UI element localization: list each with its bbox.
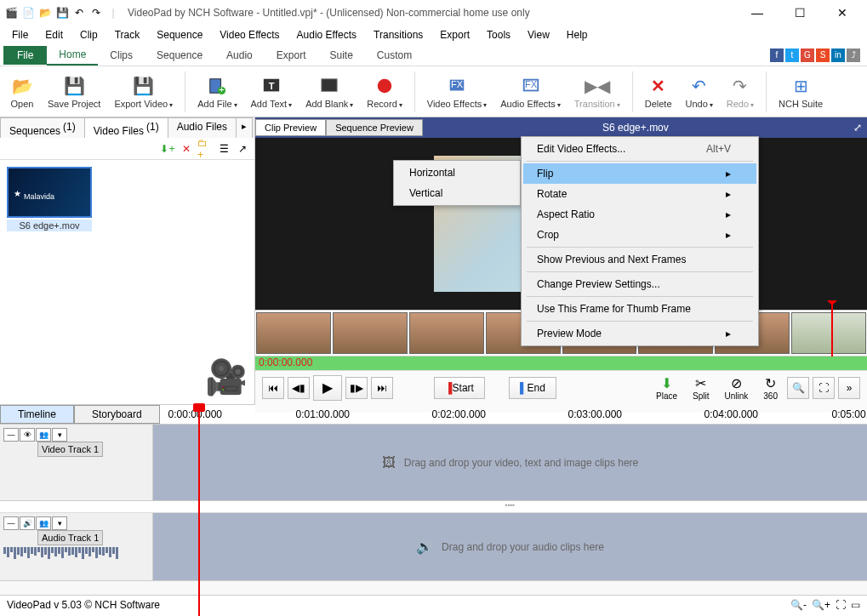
at-menu-icon[interactable]: ▾	[52, 516, 67, 530]
close-button[interactable]: ✕	[830, 6, 855, 20]
qat-save-icon[interactable]: 💾	[54, 5, 70, 20]
menu-preview-mode[interactable]: Preview Mode▸	[523, 323, 756, 344]
social-linkedin-icon[interactable]: in	[831, 48, 845, 62]
set-start-button[interactable]: ▐ Start	[434, 377, 485, 399]
delete-button[interactable]: ✕Delete	[640, 72, 677, 111]
bin-delete-icon[interactable]: ✕	[178, 140, 195, 157]
ribbon-tab-audio[interactable]: Audio	[214, 46, 265, 65]
bin-detach-icon[interactable]: ↗	[234, 140, 251, 157]
qat-undo-icon[interactable]: ↶	[71, 5, 87, 20]
step-forward-button[interactable]: ▮▶	[345, 377, 368, 399]
video-track-body[interactable]: 🖼 Drag and drop your video, text and ima…	[153, 425, 867, 501]
menu-sequence[interactable]: Sequence	[150, 27, 209, 43]
goto-end-button[interactable]: ⏭	[371, 377, 393, 399]
add-file-button[interactable]: +Add File	[192, 72, 242, 111]
menu-edit[interactable]: Edit	[38, 27, 70, 43]
nch-suite-button[interactable]: ⊞NCH Suite	[773, 72, 828, 111]
menu-crop[interactable]: Crop▸	[523, 225, 756, 245]
export-video-button[interactable]: 💾Export Video	[109, 72, 178, 111]
menu-tools[interactable]: Tools	[480, 27, 517, 43]
tab-audio-files[interactable]: Audio Files	[168, 117, 237, 138]
audio-track-body[interactable]: 🔊 Drag and drop your audio clips here	[153, 513, 867, 581]
add-text-button[interactable]: TAdd Text	[246, 72, 298, 111]
audio-track-label[interactable]: Audio Track 1	[37, 530, 103, 545]
track-grip[interactable]: ▪▪▪▪	[153, 501, 867, 512]
360-button[interactable]: ↻360	[757, 373, 784, 403]
open-button[interactable]: 📂Open	[5, 72, 39, 111]
audio-effects-button[interactable]: FXAudio Effects	[495, 72, 566, 111]
clip-playhead[interactable]	[831, 304, 833, 363]
zoom-out-icon[interactable]: 🔍-	[790, 599, 807, 611]
menu-view[interactable]: View	[521, 27, 556, 43]
tab-video-files[interactable]: Video Files (1)	[84, 117, 168, 138]
split-button[interactable]: ✂Split	[687, 373, 715, 403]
at-collapse-icon[interactable]: —	[3, 516, 19, 530]
timeline-playhead[interactable]	[198, 405, 200, 616]
vt-collapse-icon[interactable]: —	[3, 428, 19, 442]
qat-redo-icon[interactable]: ↷	[88, 5, 104, 20]
add-blank-button[interactable]: Add Blank	[300, 72, 358, 111]
menu-show-frames[interactable]: Show Previous and Next Frames	[523, 249, 756, 270]
tab-clip-preview[interactable]: Clip Preview	[255, 119, 326, 136]
zoom-fit-status-icon[interactable]: ⛶	[836, 599, 846, 611]
timeline-ruler[interactable]: 0:00:00.000 0:01:00.000 0:02:00.000 0:03…	[160, 405, 867, 424]
video-effects-button[interactable]: FXVideo Effects	[422, 72, 492, 111]
menu-aspect-ratio[interactable]: Aspect Ratio▸	[523, 204, 756, 225]
menu-edit-video-effects[interactable]: Edit Video Effects...Alt+V	[523, 139, 756, 159]
menu-flip-vertical[interactable]: Vertical	[396, 183, 518, 203]
menu-videoeffects[interactable]: Video Effects	[213, 27, 286, 43]
more-button[interactable]: »	[838, 377, 860, 399]
layout-icon[interactable]: ▭	[851, 599, 860, 611]
ribbon-tab-export[interactable]: Export	[265, 46, 318, 65]
social-share-icon[interactable]: ⤴	[847, 48, 860, 62]
at-solo-icon[interactable]: 👥	[36, 516, 51, 530]
menu-use-thumb-frame[interactable]: Use This Frame for Thumb Frame	[523, 299, 756, 319]
record-button[interactable]: Record	[362, 72, 407, 111]
set-end-button[interactable]: ▌ End	[509, 377, 556, 399]
minimize-button[interactable]: —	[744, 6, 770, 20]
step-back-button[interactable]: ◀▮	[288, 377, 310, 399]
maximize-button[interactable]: ☐	[787, 6, 813, 20]
menu-rotate[interactable]: Rotate▸	[523, 184, 756, 204]
menu-flip[interactable]: Flip▸	[523, 163, 756, 184]
play-button[interactable]: ▶	[313, 375, 342, 401]
tab-timeline[interactable]: Timeline	[0, 405, 74, 424]
zoom-in-icon[interactable]: 🔍	[787, 377, 809, 399]
menu-clip[interactable]: Clip	[73, 27, 105, 43]
vt-people-icon[interactable]: 👥	[36, 428, 51, 442]
ribbon-tab-custom[interactable]: Custom	[365, 46, 424, 65]
ribbon-tab-home[interactable]: Home	[47, 45, 98, 66]
undo-button[interactable]: ↶Undo	[681, 72, 718, 111]
clip-thumbnail[interactable]: S6 edge+.mov	[7, 167, 92, 231]
place-button[interactable]: ⬇Place	[650, 373, 683, 403]
bin-list-icon[interactable]: ☰	[215, 140, 232, 157]
video-track-label[interactable]: Video Track 1	[37, 442, 103, 457]
tab-scroll-right[interactable]: ▸	[236, 117, 253, 138]
social-facebook-icon[interactable]: f	[770, 48, 784, 62]
qat-new-icon[interactable]: 📄	[20, 5, 36, 20]
qat-open-icon[interactable]: 📂	[37, 5, 53, 20]
ribbon-tab-sequence[interactable]: Sequence	[145, 46, 214, 65]
at-speaker-icon[interactable]: 🔊	[20, 516, 35, 530]
menu-file[interactable]: File	[5, 27, 35, 43]
vt-menu-icon[interactable]: ▾	[52, 428, 67, 442]
ribbon-tab-clips[interactable]: Clips	[98, 46, 145, 65]
unlink-button[interactable]: ⊘Unlink	[719, 373, 755, 403]
menu-track[interactable]: Track	[108, 27, 147, 43]
tab-sequences[interactable]: Sequences (1)	[0, 117, 85, 138]
redo-button[interactable]: ↷Redo	[722, 72, 759, 111]
goto-start-button[interactable]: ⏮	[262, 377, 284, 399]
tab-sequence-preview[interactable]: Sequence Preview	[326, 119, 423, 136]
save-project-button[interactable]: 💾Save Project	[43, 72, 106, 111]
menu-audioeffects[interactable]: Audio Effects	[290, 27, 364, 43]
menu-flip-horizontal[interactable]: Horizontal	[396, 163, 518, 183]
zoom-fit-icon[interactable]: ⛶	[813, 377, 835, 399]
menu-export[interactable]: Export	[433, 27, 476, 43]
menu-change-preview-settings[interactable]: Change Preview Settings...	[523, 274, 756, 294]
transition-button[interactable]: ▶◀Transition	[569, 72, 625, 111]
zoom-in-status-icon[interactable]: 🔍+	[812, 599, 830, 611]
ribbon-tab-suite[interactable]: Suite	[317, 46, 364, 65]
bin-folder-icon[interactable]: 🗀+	[197, 140, 214, 157]
tab-storyboard[interactable]: Storyboard	[74, 405, 160, 424]
ribbon-file-tab[interactable]: File	[3, 46, 47, 65]
